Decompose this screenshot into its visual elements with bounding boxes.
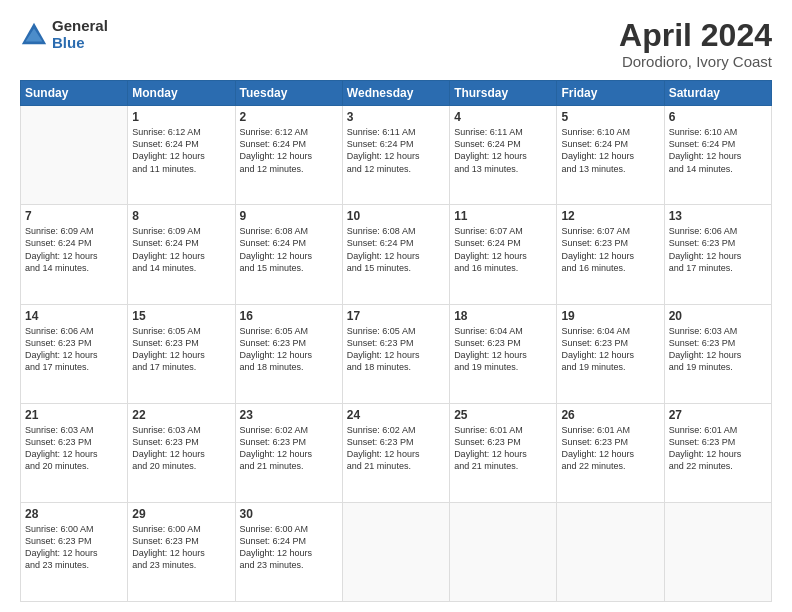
day-info: Sunrise: 6:05 AM Sunset: 6:23 PM Dayligh… <box>240 325 338 374</box>
calendar-row: 1Sunrise: 6:12 AM Sunset: 6:24 PM Daylig… <box>21 106 772 205</box>
day-number: 24 <box>347 408 445 422</box>
day-info: Sunrise: 6:03 AM Sunset: 6:23 PM Dayligh… <box>669 325 767 374</box>
calendar-row: 28Sunrise: 6:00 AM Sunset: 6:23 PM Dayli… <box>21 502 772 601</box>
day-number: 21 <box>25 408 123 422</box>
calendar-table: SundayMondayTuesdayWednesdayThursdayFrid… <box>20 80 772 602</box>
day-number: 22 <box>132 408 230 422</box>
calendar-cell <box>557 502 664 601</box>
calendar-subtitle: Dorodioro, Ivory Coast <box>619 53 772 70</box>
calendar-cell: 7Sunrise: 6:09 AM Sunset: 6:24 PM Daylig… <box>21 205 128 304</box>
day-info: Sunrise: 6:12 AM Sunset: 6:24 PM Dayligh… <box>240 126 338 175</box>
calendar-cell: 26Sunrise: 6:01 AM Sunset: 6:23 PM Dayli… <box>557 403 664 502</box>
calendar-cell: 15Sunrise: 6:05 AM Sunset: 6:23 PM Dayli… <box>128 304 235 403</box>
calendar-cell: 12Sunrise: 6:07 AM Sunset: 6:23 PM Dayli… <box>557 205 664 304</box>
calendar-cell <box>21 106 128 205</box>
day-info: Sunrise: 6:01 AM Sunset: 6:23 PM Dayligh… <box>669 424 767 473</box>
day-number: 13 <box>669 209 767 223</box>
day-info: Sunrise: 6:05 AM Sunset: 6:23 PM Dayligh… <box>347 325 445 374</box>
day-number: 27 <box>669 408 767 422</box>
title-block: April 2024 Dorodioro, Ivory Coast <box>619 18 772 70</box>
day-number: 5 <box>561 110 659 124</box>
day-info: Sunrise: 6:03 AM Sunset: 6:23 PM Dayligh… <box>132 424 230 473</box>
day-number: 9 <box>240 209 338 223</box>
day-number: 12 <box>561 209 659 223</box>
day-info: Sunrise: 6:01 AM Sunset: 6:23 PM Dayligh… <box>454 424 552 473</box>
calendar-body: 1Sunrise: 6:12 AM Sunset: 6:24 PM Daylig… <box>21 106 772 602</box>
day-info: Sunrise: 6:03 AM Sunset: 6:23 PM Dayligh… <box>25 424 123 473</box>
calendar-cell: 1Sunrise: 6:12 AM Sunset: 6:24 PM Daylig… <box>128 106 235 205</box>
day-number: 18 <box>454 309 552 323</box>
logo-text: General Blue <box>52 18 108 51</box>
day-number: 17 <box>347 309 445 323</box>
day-number: 14 <box>25 309 123 323</box>
calendar-cell: 9Sunrise: 6:08 AM Sunset: 6:24 PM Daylig… <box>235 205 342 304</box>
day-info: Sunrise: 6:11 AM Sunset: 6:24 PM Dayligh… <box>347 126 445 175</box>
day-info: Sunrise: 6:10 AM Sunset: 6:24 PM Dayligh… <box>669 126 767 175</box>
day-info: Sunrise: 6:10 AM Sunset: 6:24 PM Dayligh… <box>561 126 659 175</box>
calendar-cell: 19Sunrise: 6:04 AM Sunset: 6:23 PM Dayli… <box>557 304 664 403</box>
calendar-cell: 29Sunrise: 6:00 AM Sunset: 6:23 PM Dayli… <box>128 502 235 601</box>
calendar-cell <box>342 502 449 601</box>
calendar-title: April 2024 <box>619 18 772 53</box>
calendar-cell: 13Sunrise: 6:06 AM Sunset: 6:23 PM Dayli… <box>664 205 771 304</box>
header-day: Saturday <box>664 81 771 106</box>
calendar-cell <box>664 502 771 601</box>
day-number: 6 <box>669 110 767 124</box>
logo: General Blue <box>20 18 108 51</box>
header-row: SundayMondayTuesdayWednesdayThursdayFrid… <box>21 81 772 106</box>
day-info: Sunrise: 6:02 AM Sunset: 6:23 PM Dayligh… <box>240 424 338 473</box>
day-info: Sunrise: 6:09 AM Sunset: 6:24 PM Dayligh… <box>132 225 230 274</box>
day-info: Sunrise: 6:04 AM Sunset: 6:23 PM Dayligh… <box>561 325 659 374</box>
calendar-cell: 5Sunrise: 6:10 AM Sunset: 6:24 PM Daylig… <box>557 106 664 205</box>
day-number: 10 <box>347 209 445 223</box>
day-info: Sunrise: 6:08 AM Sunset: 6:24 PM Dayligh… <box>240 225 338 274</box>
calendar-cell: 24Sunrise: 6:02 AM Sunset: 6:23 PM Dayli… <box>342 403 449 502</box>
header-day: Wednesday <box>342 81 449 106</box>
calendar-cell <box>450 502 557 601</box>
day-number: 28 <box>25 507 123 521</box>
day-info: Sunrise: 6:07 AM Sunset: 6:24 PM Dayligh… <box>454 225 552 274</box>
day-number: 23 <box>240 408 338 422</box>
calendar-cell: 30Sunrise: 6:00 AM Sunset: 6:24 PM Dayli… <box>235 502 342 601</box>
calendar-row: 21Sunrise: 6:03 AM Sunset: 6:23 PM Dayli… <box>21 403 772 502</box>
day-number: 3 <box>347 110 445 124</box>
calendar-cell: 20Sunrise: 6:03 AM Sunset: 6:23 PM Dayli… <box>664 304 771 403</box>
calendar-cell: 8Sunrise: 6:09 AM Sunset: 6:24 PM Daylig… <box>128 205 235 304</box>
day-info: Sunrise: 6:06 AM Sunset: 6:23 PM Dayligh… <box>25 325 123 374</box>
day-number: 16 <box>240 309 338 323</box>
day-info: Sunrise: 6:02 AM Sunset: 6:23 PM Dayligh… <box>347 424 445 473</box>
day-number: 2 <box>240 110 338 124</box>
calendar-cell: 17Sunrise: 6:05 AM Sunset: 6:23 PM Dayli… <box>342 304 449 403</box>
calendar-cell: 22Sunrise: 6:03 AM Sunset: 6:23 PM Dayli… <box>128 403 235 502</box>
logo-icon <box>20 21 48 49</box>
calendar-cell: 11Sunrise: 6:07 AM Sunset: 6:24 PM Dayli… <box>450 205 557 304</box>
day-number: 15 <box>132 309 230 323</box>
calendar-row: 14Sunrise: 6:06 AM Sunset: 6:23 PM Dayli… <box>21 304 772 403</box>
logo-general: General <box>52 18 108 35</box>
logo-blue: Blue <box>52 35 108 52</box>
day-info: Sunrise: 6:01 AM Sunset: 6:23 PM Dayligh… <box>561 424 659 473</box>
header-day: Thursday <box>450 81 557 106</box>
day-number: 29 <box>132 507 230 521</box>
day-number: 26 <box>561 408 659 422</box>
day-info: Sunrise: 6:12 AM Sunset: 6:24 PM Dayligh… <box>132 126 230 175</box>
day-number: 19 <box>561 309 659 323</box>
day-info: Sunrise: 6:09 AM Sunset: 6:24 PM Dayligh… <box>25 225 123 274</box>
day-info: Sunrise: 6:07 AM Sunset: 6:23 PM Dayligh… <box>561 225 659 274</box>
header-day: Friday <box>557 81 664 106</box>
calendar-cell: 2Sunrise: 6:12 AM Sunset: 6:24 PM Daylig… <box>235 106 342 205</box>
day-number: 1 <box>132 110 230 124</box>
calendar-header: SundayMondayTuesdayWednesdayThursdayFrid… <box>21 81 772 106</box>
day-info: Sunrise: 6:04 AM Sunset: 6:23 PM Dayligh… <box>454 325 552 374</box>
day-info: Sunrise: 6:00 AM Sunset: 6:23 PM Dayligh… <box>25 523 123 572</box>
day-number: 25 <box>454 408 552 422</box>
day-number: 20 <box>669 309 767 323</box>
day-info: Sunrise: 6:00 AM Sunset: 6:23 PM Dayligh… <box>132 523 230 572</box>
calendar-row: 7Sunrise: 6:09 AM Sunset: 6:24 PM Daylig… <box>21 205 772 304</box>
calendar-cell: 14Sunrise: 6:06 AM Sunset: 6:23 PM Dayli… <box>21 304 128 403</box>
header-day: Tuesday <box>235 81 342 106</box>
header-day: Monday <box>128 81 235 106</box>
day-number: 4 <box>454 110 552 124</box>
day-number: 7 <box>25 209 123 223</box>
calendar-cell: 16Sunrise: 6:05 AM Sunset: 6:23 PM Dayli… <box>235 304 342 403</box>
